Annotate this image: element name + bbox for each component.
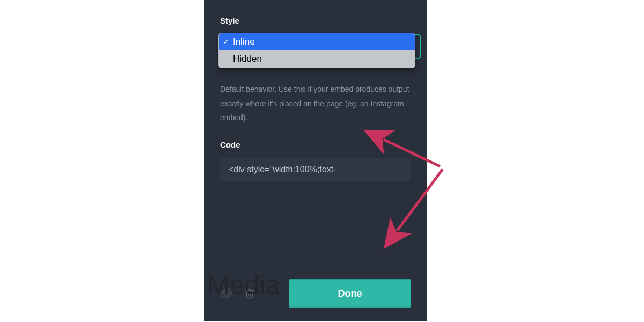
style-dropdown[interactable]: ✓ Inline ✓ Hidden: [218, 33, 415, 68]
check-icon: ✓: [219, 37, 233, 47]
embed-settings-panel: Style ✓ Inline ✓ Hidden Default behavior…: [204, 0, 427, 321]
style-option-label: Inline: [233, 36, 415, 47]
code-label: Code: [220, 140, 411, 149]
style-option-hidden[interactable]: ✓ Hidden: [219, 50, 415, 68]
panel-footer: Media Done: [204, 266, 427, 321]
code-input-value: <div style="width:100%;text-: [229, 165, 336, 174]
style-option-inline[interactable]: ✓ Inline: [219, 33, 415, 50]
duplicate-button[interactable]: [220, 287, 233, 300]
delete-button[interactable]: [244, 287, 255, 300]
style-option-label: Hidden: [233, 54, 415, 64]
code-input[interactable]: <div style="width:100%;text-: [220, 158, 411, 181]
svg-rect-1: [224, 289, 231, 295]
svg-rect-0: [222, 291, 229, 297]
help-text-post: ).: [243, 113, 248, 122]
trash-icon: [244, 287, 255, 300]
done-button[interactable]: Done: [289, 279, 411, 308]
style-label: Style: [220, 16, 411, 25]
copy-icon: [220, 287, 233, 300]
style-help-text: Default behavior. Use this if your embed…: [220, 82, 411, 125]
style-select-wrap: ✓ Inline ✓ Hidden: [220, 33, 411, 68]
done-button-label: Done: [338, 288, 362, 299]
